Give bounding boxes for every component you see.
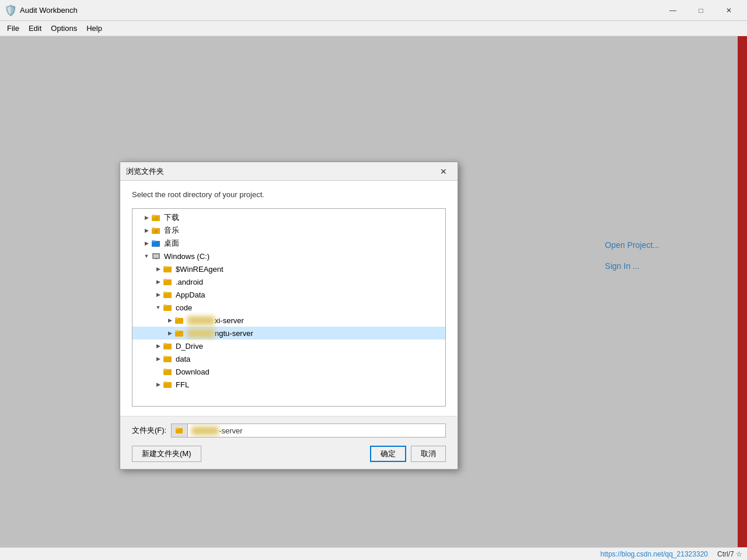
dialog-body: Select the root directory of your projec… [120,181,458,416]
app-icon: 🛡️ [5,5,16,16]
ddrive-label: D_Drive [176,342,203,351]
tree-item-music[interactable]: ♪ 音乐 [132,224,445,237]
svg-rect-16 [163,292,167,293]
window-controls: — □ ✕ [659,2,742,19]
xi-server-folder-icon [174,316,185,325]
toggle-windows[interactable] [142,251,151,261]
windows-drive-icon [151,251,162,261]
folder-label: 文件夹(F): [132,425,166,436]
ngtu-server-label: xxxxxxngtu-server [187,329,253,338]
status-bar: https://blog.csdn.net/qq_21323320 Ctrl/7… [0,547,747,560]
tree-item-download2[interactable]: Download [132,365,445,378]
status-shortcut: Ctrl/7 ☆ [717,550,742,558]
menu-edit[interactable]: Edit [24,22,46,34]
svg-rect-12 [163,266,167,268]
android-folder-icon [163,277,173,286]
tree-item-download[interactable]: ↓ 下载 [132,211,445,224]
svg-rect-20 [175,317,179,319]
svg-rect-24 [163,343,167,345]
cancel-button[interactable]: 取消 [411,446,446,462]
ddrive-folder-icon [163,341,173,351]
appdata-label: AppData [176,290,205,299]
download2-label: Download [176,368,210,376]
toggle-ffl[interactable] [153,380,163,389]
dialog-title-bar: 浏览文件夹 ✕ [120,162,458,181]
data-folder-icon [163,354,173,363]
toggle-music[interactable] [142,226,151,235]
menu-help[interactable]: Help [82,22,107,34]
ffl-label: FFL [176,380,189,389]
tree-item-ngtu-server[interactable]: xxxxxxngtu-server [132,327,445,340]
desktop-folder-icon [151,239,162,248]
toggle-data[interactable] [153,354,163,363]
ngtu-server-folder-icon [174,328,185,338]
windows-label: Windows (C:) [164,252,210,261]
toggle-ddrive[interactable] [153,341,163,351]
status-right: https://blog.csdn.net/qq_21323320 Ctrl/7… [601,550,742,558]
tree-item-desktop[interactable]: 桌面 [132,237,445,250]
menu-bar: File Edit Options Help [0,21,747,36]
svg-rect-14 [163,279,167,281]
svg-rect-28 [163,369,167,370]
svg-rect-32 [176,428,179,429]
tree-item-code[interactable]: code [132,301,445,314]
tree-item-appdata[interactable]: AppData [132,288,445,301]
tree-item-android[interactable]: .android [132,275,445,288]
browse-folder-dialog: 浏览文件夹 ✕ Select the root directory of you… [120,162,458,470]
dialog-footer: 文件夹(F): xxxxxx-server [120,416,458,469]
code-label: code [176,303,192,312]
svg-rect-18 [163,304,167,306]
dialog-title: 浏览文件夹 [126,166,435,177]
ffl-folder-icon [163,380,173,389]
new-folder-button[interactable]: 新建文件夹(M) [132,446,201,462]
folder-tree[interactable]: ↓ 下载 ♪ [132,208,446,407]
app-title: Audit Workbench [20,6,659,15]
download2-folder-icon [163,367,173,376]
appdata-folder-icon [163,290,173,299]
tree-item-windows[interactable]: Windows (C:) [132,250,445,262]
tree-item-ffl[interactable]: FFL [132,378,445,391]
music-folder-icon: ♪ [151,226,162,235]
confirm-cancel-group: 确定 取消 [370,446,446,462]
svg-rect-7 [152,240,155,242]
dialog-buttons: 新建文件夹(M) 确定 取消 [132,446,446,462]
desktop-label: 桌面 [164,238,179,249]
dialog-instruction: Select the root directory of your projec… [132,190,446,199]
svg-text:↓: ↓ [155,216,157,221]
svg-rect-30 [163,382,167,383]
tree-item-xi-server[interactable]: xxxxxxxi-server [132,314,445,327]
android-label: .android [176,278,203,286]
toggle-xi-server[interactable] [165,316,174,325]
folder-path-row: 文件夹(F): xxxxxx-server [132,424,446,438]
svg-text:♪: ♪ [155,228,158,234]
toggle-download[interactable] [142,213,151,222]
toggle-ngtu-server[interactable] [165,328,174,338]
menu-file[interactable]: File [2,22,24,34]
winreagent-label: $WinREAgent [176,265,224,274]
winreagent-folder-icon [163,264,173,274]
music-label: 音乐 [164,225,179,236]
tree-item-ddrive[interactable]: D_Drive [132,340,445,352]
folder-path-input[interactable]: xxxxxx-server [171,424,446,438]
download-label: 下载 [164,212,179,223]
tree-item-winreagent[interactable]: $WinREAgent [132,262,445,275]
tree-scroll-area[interactable]: ↓ 下载 ♪ [132,209,445,406]
main-content: ch Open Project... Sign In ... 浏览文件夹 ✕ S… [0,36,747,560]
toggle-desktop[interactable] [142,239,151,248]
maximize-button[interactable]: □ [687,2,714,19]
tree-item-data[interactable]: data [132,352,445,365]
svg-point-10 [156,258,157,260]
dialog-close-button[interactable]: ✕ [435,164,452,178]
svg-rect-26 [163,356,167,358]
toggle-android[interactable] [153,277,163,286]
confirm-button[interactable]: 确定 [370,446,406,462]
menu-options[interactable]: Options [46,22,82,34]
toggle-appdata[interactable] [153,290,163,299]
xi-server-label: xxxxxxxi-server [187,316,244,325]
toggle-winreagent[interactable] [153,264,163,274]
svg-rect-9 [153,254,159,258]
minimize-button[interactable]: — [659,2,686,19]
code-folder-icon [163,303,173,312]
toggle-code[interactable] [153,303,163,312]
close-button[interactable]: ✕ [715,2,742,19]
